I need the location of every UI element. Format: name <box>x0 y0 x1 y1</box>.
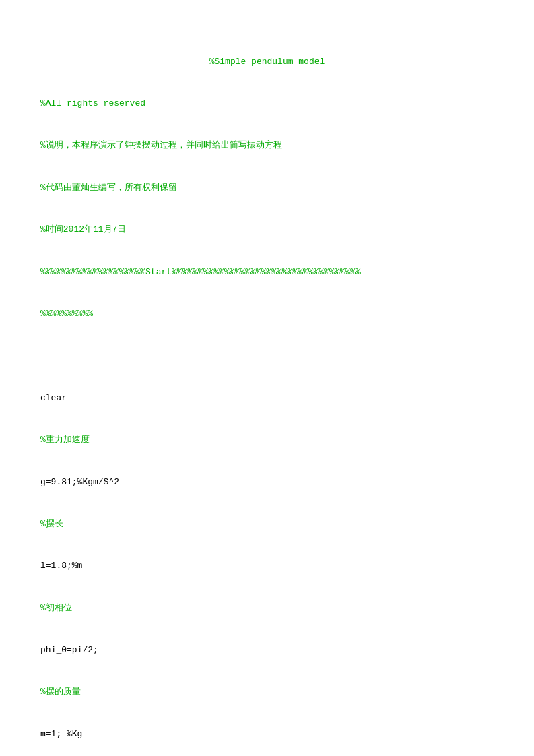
code-editor: %Simple pendulum model %All rights reser… <box>40 27 494 756</box>
code-line: %%%%%%%%%%%%%%%%%%%%Start%%%%%%%%%%%%%%%… <box>40 265 494 280</box>
code-line: %初相位 <box>40 602 494 616</box>
code-line: l=1.8;%m <box>40 559 494 573</box>
code-line: %重力加速度 <box>40 433 494 447</box>
code-line <box>40 349 494 363</box>
code-line: %摆的质量 <box>40 685 494 699</box>
code-line: %代码由董灿生编写，所有权利保留 <box>40 181 494 195</box>
code-line: %摆长 <box>40 517 494 532</box>
title-line: %Simple pendulum model <box>40 55 494 69</box>
code-line: m=1; %Kg <box>40 728 494 742</box>
code-line: phi_0=pi/2; <box>40 643 494 658</box>
code-line: %All rights reserved <box>40 97 494 111</box>
code-line: %说明，本程序演示了钟摆摆动过程，并同时给出简写振动方程 <box>40 139 494 153</box>
code-line: %时间2012年11月7日 <box>40 223 494 237</box>
code-line: %%%%%%%%%% <box>40 307 494 321</box>
code-line: clear <box>40 391 494 406</box>
code-line: g=9.81;%Kgm/S^2 <box>40 476 494 490</box>
